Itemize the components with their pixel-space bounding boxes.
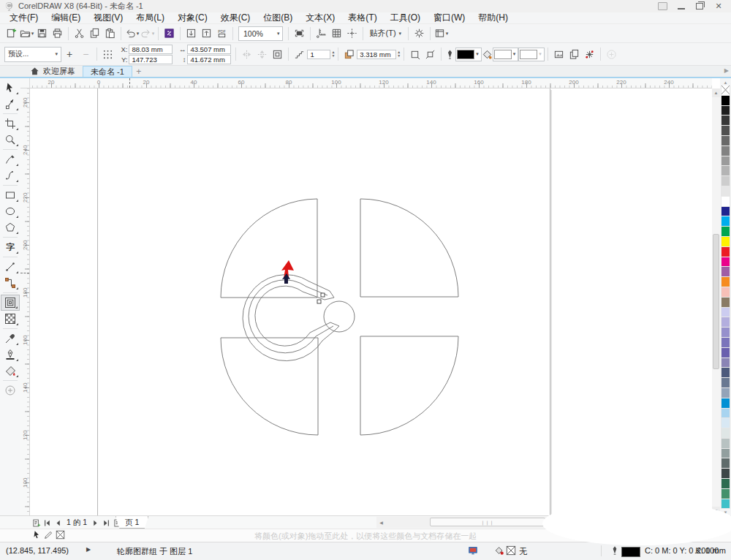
add-preset-button[interactable]: +: [61, 48, 77, 60]
palette-swatch[interactable]: [721, 106, 730, 116]
vertical-scroll-thumb[interactable]: [713, 234, 719, 369]
offset-spinner[interactable]: ▲▼: [397, 50, 401, 58]
cursor-icon[interactable]: [32, 530, 42, 540]
y-position-field[interactable]: 147.723 mm: [129, 55, 173, 64]
palette-swatch[interactable]: [721, 409, 730, 419]
menu-item-6[interactable]: 位图(B): [257, 12, 299, 24]
palette-swatch[interactable]: [721, 317, 730, 328]
window-panel-button[interactable]: ▾: [433, 26, 449, 42]
clear-contour-button[interactable]: [582, 46, 597, 62]
palette-swatch[interactable]: [721, 328, 730, 338]
ruler-origin-corner[interactable]: [20, 78, 30, 88]
contour-end-cap-bottom[interactable]: [330, 322, 339, 330]
no-color-swatch[interactable]: [721, 86, 730, 96]
outside-contour-button[interactable]: [270, 46, 285, 62]
drawing-canvas[interactable]: [30, 88, 712, 515]
zoom-level-select[interactable]: 100%▾: [238, 26, 283, 41]
new-tab-button[interactable]: +: [132, 66, 145, 77]
anchor-grid-button[interactable]: [100, 46, 115, 62]
palette-swatch[interactable]: [721, 398, 730, 409]
palette-swatch[interactable]: [721, 96, 730, 106]
import-button[interactable]: [183, 26, 199, 42]
palette-swatch[interactable]: [721, 207, 730, 217]
transparency-tool[interactable]: [1, 311, 20, 327]
outline-pen-tool[interactable]: [1, 347, 20, 363]
tab-scroll-right-icon[interactable]: ▶: [724, 67, 729, 74]
menu-item-9[interactable]: 工具(O): [384, 12, 427, 24]
last-page-button[interactable]: [102, 518, 111, 528]
palette-swatch[interactable]: [721, 116, 730, 126]
vertical-ruler[interactable]: 260240220200180160140120100: [20, 88, 30, 515]
horizontal-ruler[interactable]: 20020406080100120140160180200220240: [30, 78, 712, 88]
dimension-tool[interactable]: [1, 259, 20, 275]
pdf-button[interactable]: PDF: [214, 26, 230, 42]
palette-swatch[interactable]: [721, 227, 730, 237]
print-button[interactable]: [50, 26, 65, 42]
contour-tool[interactable]: [1, 295, 20, 311]
app-launcher-button[interactable]: [162, 26, 177, 42]
connector-tool[interactable]: [1, 275, 20, 291]
palette-swatch[interactable]: [721, 166, 730, 176]
palette-swatch[interactable]: [721, 287, 730, 298]
palette-swatch[interactable]: [721, 277, 730, 287]
palette-swatch[interactable]: [721, 479, 730, 489]
contour-offset-button[interactable]: [341, 46, 357, 62]
crop-tool[interactable]: [1, 116, 20, 132]
palette-swatch[interactable]: [721, 338, 730, 348]
previous-page-button[interactable]: [53, 518, 63, 528]
palette-swatch[interactable]: [721, 186, 730, 197]
zoom-tool[interactable]: [1, 132, 20, 148]
menu-item-2[interactable]: 视图(V): [87, 12, 129, 24]
copy-properties-button[interactable]: [567, 46, 582, 62]
tab-document[interactable]: 未命名 -1: [83, 66, 132, 77]
palette-swatch[interactable]: [721, 368, 730, 378]
export-button[interactable]: [199, 26, 214, 42]
palette-swatch[interactable]: [721, 146, 730, 156]
menu-item-3[interactable]: 布局(L): [129, 12, 171, 24]
options-gear-button[interactable]: [412, 26, 427, 42]
menu-item-4[interactable]: 对象(C): [171, 12, 214, 24]
fill-color-picker[interactable]: ▾: [493, 48, 519, 61]
contour-steps-field[interactable]: 1: [307, 50, 330, 59]
contour-origin-arrow-black[interactable]: [282, 273, 290, 284]
copy-button[interactable]: [87, 26, 102, 42]
palette-swatch[interactable]: [721, 449, 730, 459]
palette-swatch[interactable]: [721, 176, 730, 186]
vertical-scrollbar[interactable]: ▲ ▼: [712, 88, 720, 515]
pick-tool[interactable]: [1, 80, 20, 96]
contour-outline-inner[interactable]: [255, 286, 330, 346]
menu-item-0[interactable]: 文件(F): [3, 12, 45, 24]
quarter-top-right[interactable]: [360, 199, 458, 297]
cap-type-button[interactable]: [423, 46, 438, 62]
quarter-bottom-left[interactable]: [221, 338, 318, 435]
fullscreen-preview-button[interactable]: [292, 26, 307, 42]
paste-button[interactable]: [102, 26, 118, 42]
outline-status-icon[interactable]: [610, 545, 620, 556]
next-page-button[interactable]: [91, 518, 100, 528]
account-icon[interactable]: [658, 2, 667, 10]
first-page-button[interactable]: [42, 518, 52, 528]
palette-swatch[interactable]: [721, 378, 730, 388]
status-expand-icon[interactable]: ▶: [86, 546, 91, 553]
contour-steps-button[interactable]: [292, 46, 307, 62]
palette-swatch[interactable]: [721, 439, 730, 449]
open-folder-button[interactable]: ▾: [19, 26, 34, 42]
palette-swatch[interactable]: [721, 489, 730, 499]
x-position-field[interactable]: 88.03 mm: [129, 45, 173, 54]
last-fill-picker[interactable]: ▾: [518, 48, 545, 61]
palette-swatch[interactable]: [721, 136, 730, 146]
palette-swatch[interactable]: [721, 197, 730, 207]
object-acceleration-button[interactable]: [551, 46, 567, 62]
palette-swatch[interactable]: [721, 298, 730, 308]
tab-welcome-screen[interactable]: 欢迎屏幕: [22, 66, 83, 77]
menu-item-5[interactable]: 效果(C): [214, 12, 257, 24]
save-button[interactable]: [34, 26, 50, 42]
eyedropper-small-icon[interactable]: [44, 530, 53, 540]
height-field[interactable]: 41.672 mm: [187, 55, 231, 64]
corner-type-button[interactable]: [407, 46, 423, 62]
palette-swatch[interactable]: [721, 428, 730, 439]
scroll-up-icon[interactable]: ▲: [712, 88, 720, 97]
palette-swatch[interactable]: [721, 348, 730, 358]
close-button[interactable]: ✕: [714, 3, 723, 10]
ellipse-tool[interactable]: [1, 203, 20, 219]
